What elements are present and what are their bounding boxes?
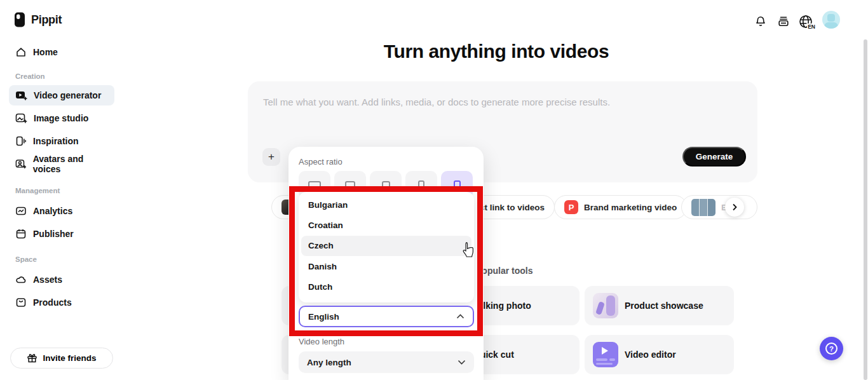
sidebar-item-label: Home [33,47,58,57]
gift-icon [27,353,37,363]
orders-button[interactable] [776,14,791,29]
home-icon [15,46,27,58]
language-code: EN [807,24,815,30]
sidebar-section-space: Space [15,255,37,263]
products-icon [15,297,27,308]
video-generator-icon [15,90,27,101]
language-option-czech[interactable]: Czech [301,236,471,256]
user-avatar[interactable] [822,11,840,29]
sidebar-item-image-studio[interactable]: Image studio [9,108,114,128]
sidebar-item-label: Video generator [34,90,101,100]
brand-logo[interactable]: Pippit [14,11,62,28]
sidebar-section-creation: Creation [15,72,45,80]
image-studio-icon [15,112,27,124]
analytics-icon [15,205,27,217]
sidebar: Pippit Home Creation Video generator Ima… [0,0,125,380]
pippit-logo-icon [14,11,27,28]
video-settings-popup: Aspect ratio Bulgarian Croatian Czech Da… [288,147,484,380]
language-dropdown-list: Bulgarian Croatian Czech Danish Dutch En… [299,192,474,302]
publisher-icon [15,228,27,240]
tool-label: Product showcase [625,301,703,311]
avatar-head [827,14,835,22]
sidebar-item-publisher[interactable]: Publisher [9,224,114,244]
suggestion-chip-brand-marketing[interactable]: P Brand marketing video [554,195,687,219]
sidebar-item-home[interactable]: Home [9,42,114,62]
sidebar-item-label: Image studio [34,113,88,123]
language-option-dutch[interactable]: Dutch [301,277,471,297]
brand-name: Pippit [31,13,62,27]
tool-label: Video editor [625,349,676,360]
avatars-icon [15,158,27,170]
suggestion-chip-truncated[interactable]: B [681,195,757,219]
language-option-danish[interactable]: Danish [301,256,471,276]
page-scrollbar[interactable] [864,39,867,380]
sidebar-item-label: Assets [33,275,62,285]
avatar-body [824,22,838,29]
tool-card-video-editor[interactable]: Video editor [585,335,734,374]
sidebar-item-label: Inspiration [33,136,79,146]
inspiration-icon [15,135,27,147]
language-select[interactable]: English [299,306,474,327]
tool-card-product-showcase[interactable]: Product showcase [585,286,734,325]
invite-friends-button[interactable]: Invite friends [10,348,113,369]
add-attachment-button[interactable]: + [262,148,280,166]
invite-friends-label: Invite friends [43,353,96,363]
generate-button[interactable]: Generate [682,147,746,166]
help-button[interactable]: ? [820,337,843,360]
sidebar-item-label: Analytics [33,206,72,216]
sidebar-item-assets[interactable]: Assets [9,269,114,290]
chevron-right-icon [731,203,738,211]
aspect-ratio-label: Aspect ratio [299,157,342,166]
sidebar-section-management: Management [15,187,60,194]
tool-thumbnail [593,293,618,318]
language-option-croatian[interactable]: Croatian [301,215,471,235]
video-length-label: Video length [299,337,344,346]
notifications-button[interactable] [753,14,768,29]
sidebar-item-label: Avatars and voices [33,154,108,174]
question-mark-icon: ? [825,343,837,355]
sidebar-item-label: Publisher [33,229,74,239]
p-badge-icon: P [564,200,578,214]
sidebar-item-products[interactable]: Products [9,292,114,313]
sidebar-item-video-generator[interactable]: Video generator [9,85,114,105]
sidebar-item-label: Products [33,297,72,308]
language-button[interactable]: EN [797,13,815,31]
video-length-select[interactable]: Any length [299,351,474,373]
language-select-value: English [308,312,339,322]
printer-icon [777,15,790,28]
video-length-value: Any length [307,358,351,367]
chip-thumbnail [691,199,715,216]
chips-next-button[interactable] [725,198,744,217]
page-title: Turn anything into videos [125,41,868,62]
sidebar-item-inspiration[interactable]: Inspiration [9,131,114,151]
sidebar-item-avatars-and-voices[interactable]: Avatars and voices [9,154,114,174]
chevron-down-icon [458,360,466,365]
language-option-english-clipped[interactable]: English [301,297,471,302]
chevron-up-icon [456,314,465,319]
popular-tools-heading: Popular tools [476,266,532,276]
prompt-placeholder: Tell me what you want. Add links, media,… [263,97,610,107]
chip-label: Brand marketing video [584,203,677,212]
bell-icon [754,15,767,28]
video-editor-icon [593,342,618,367]
sidebar-item-analytics[interactable]: Analytics [9,201,114,221]
assets-icon [15,274,27,285]
language-option-bulgarian[interactable]: Bulgarian [301,194,471,215]
